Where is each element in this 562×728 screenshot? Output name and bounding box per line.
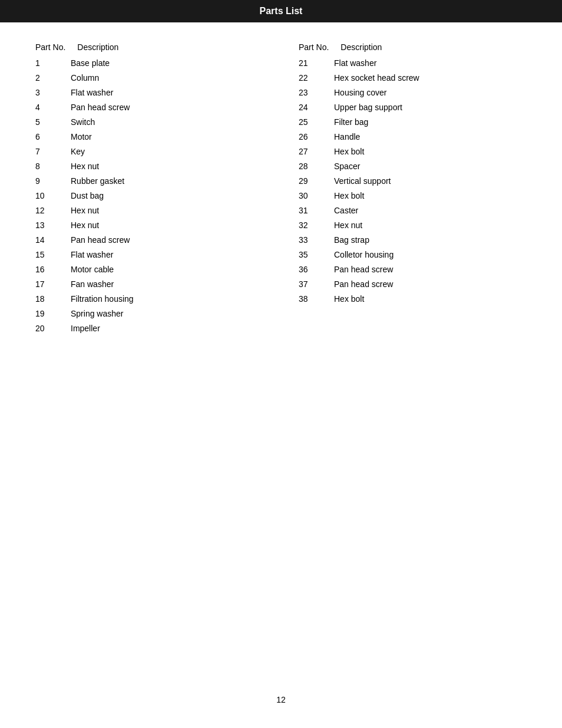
table-row: 10Dust bag (35, 189, 263, 203)
table-row: 4Pan head screw (35, 100, 263, 115)
part-number: 1 (35, 57, 59, 70)
part-description: Hex nut (71, 205, 263, 217)
part-number: 36 (299, 263, 322, 276)
part-number: 17 (35, 278, 59, 291)
part-number: 5 (35, 116, 59, 129)
part-number: 20 (35, 322, 59, 335)
table-row: 19Spring washer (35, 307, 263, 321)
table-row: 9Rubber gasket (35, 174, 263, 189)
right-header-desc: Description (340, 41, 527, 54)
part-number: 26 (299, 131, 322, 143)
table-row: 25Filter bag (299, 115, 527, 130)
table-row: 33Bag strap (299, 233, 527, 248)
part-number: 28 (299, 160, 322, 173)
table-row: 35Colletor housing (299, 248, 527, 262)
part-description: Flat washer (71, 87, 263, 99)
part-description: Flat washer (334, 57, 527, 70)
table-row: 13Hex nut (35, 218, 263, 233)
right-header-no: Part No. (299, 41, 329, 54)
part-number: 37 (299, 278, 322, 291)
part-number: 29 (299, 175, 322, 187)
part-number: 12 (35, 205, 59, 217)
part-description: Hex nut (71, 160, 263, 173)
part-description: Bag strap (334, 234, 527, 246)
parts-table: Part No. Description 1Base plate2Column3… (35, 40, 527, 336)
table-row: 5Switch (35, 115, 263, 130)
part-number: 19 (35, 308, 59, 320)
content-area: Part No. Description 1Base plate2Column3… (0, 40, 562, 336)
part-number: 27 (299, 146, 322, 158)
part-number: 10 (35, 190, 59, 202)
part-description: Upper bag support (334, 101, 527, 114)
part-description: Flat washer (71, 249, 263, 261)
page-number: 12 (0, 695, 562, 704)
left-items-container: 1Base plate2Column3Flat washer4Pan head … (35, 56, 263, 336)
right-column: Part No. Description 21Flat washer22Hex … (299, 40, 527, 336)
part-number: 18 (35, 293, 59, 305)
part-number: 13 (35, 219, 59, 232)
part-description: Dust bag (71, 190, 263, 202)
part-description: Fan washer (71, 278, 263, 291)
part-number: 21 (299, 57, 322, 70)
table-row: 22Hex socket head screw (299, 71, 527, 85)
part-number: 38 (299, 293, 322, 305)
table-row: 12Hex nut (35, 203, 263, 218)
part-number: 24 (299, 101, 322, 114)
part-description: Handle (334, 131, 527, 143)
part-description: Base plate (71, 57, 263, 70)
part-description: Pan head screw (71, 234, 263, 246)
table-row: 30Hex bolt (299, 189, 527, 203)
part-description: Vertical support (334, 175, 527, 187)
table-row: 2Column (35, 71, 263, 85)
page-title: Parts List (260, 6, 303, 16)
table-row: 17Fan washer (35, 277, 263, 292)
page-header: Parts List (0, 0, 562, 22)
right-column-header: Part No. Description (299, 40, 527, 56)
part-description: Pan head screw (71, 101, 263, 114)
table-row: 6Motor (35, 130, 263, 144)
table-row: 3Flat washer (35, 85, 263, 100)
part-description: Hex bolt (334, 146, 527, 158)
part-description: Impeller (71, 322, 263, 335)
part-number: 6 (35, 131, 59, 143)
part-number: 8 (35, 160, 59, 173)
table-row: 38Hex bolt (299, 292, 527, 307)
part-number: 9 (35, 175, 59, 187)
table-row: 26Handle (299, 130, 527, 144)
part-description: Switch (71, 116, 263, 129)
table-row: 36Pan head screw (299, 262, 527, 277)
page: Parts List Part No. Description 1Base pl… (0, 0, 562, 728)
part-number: 7 (35, 146, 59, 158)
part-description: Motor cable (71, 263, 263, 276)
part-number: 22 (299, 72, 322, 84)
table-row: 37Pan head screw (299, 277, 527, 292)
table-row: 27Hex bolt (299, 144, 527, 159)
part-number: 3 (35, 87, 59, 99)
part-description: Hex nut (334, 219, 527, 232)
part-number: 15 (35, 249, 59, 261)
part-number: 14 (35, 234, 59, 246)
part-number: 31 (299, 205, 322, 217)
part-number: 33 (299, 234, 322, 246)
part-description: Hex nut (71, 219, 263, 232)
part-description: Key (71, 146, 263, 158)
part-number: 2 (35, 72, 59, 84)
table-row: 23Housing cover (299, 85, 527, 100)
part-description: Housing cover (334, 87, 527, 99)
part-description: Filtration housing (71, 293, 263, 305)
part-description: Colletor housing (334, 249, 527, 261)
part-description: Hex bolt (334, 293, 527, 305)
part-description: Caster (334, 205, 527, 217)
part-description: Rubber gasket (71, 175, 263, 187)
part-number: 30 (299, 190, 322, 202)
right-items-container: 21Flat washer22Hex socket head screw23Ho… (299, 56, 527, 307)
part-description: Spring washer (71, 308, 263, 320)
table-row: 16Motor cable (35, 262, 263, 277)
part-number: 32 (299, 219, 322, 232)
table-row: 29Vertical support (299, 174, 527, 189)
table-row: 7Key (35, 144, 263, 159)
table-row: 18Filtration housing (35, 292, 263, 307)
part-description: Pan head screw (334, 278, 527, 291)
left-column: Part No. Description 1Base plate2Column3… (35, 40, 263, 336)
part-description: Filter bag (334, 116, 527, 129)
